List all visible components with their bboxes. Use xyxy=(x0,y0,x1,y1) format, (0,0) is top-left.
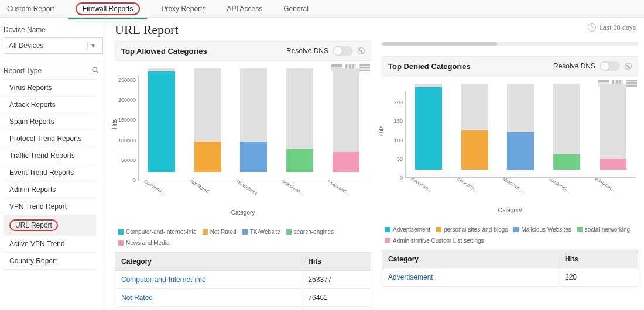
allowed-x-axis-label: Category xyxy=(115,209,371,216)
legend-swatch-icon xyxy=(577,227,583,232)
tab-api-access[interactable]: API Access xyxy=(223,1,266,16)
col-hits[interactable]: Hits xyxy=(302,253,371,271)
legend-item: search-engines xyxy=(286,229,334,235)
top-tabs: Custom Report Firewall Reports Proxy Rep… xyxy=(0,0,644,18)
y-tick: 50000 xyxy=(121,157,136,163)
legend-swatch-icon xyxy=(385,227,390,232)
denied-panel: Top Denied Categories Resolve DNS 050100… xyxy=(382,41,638,310)
prohibit-icon[interactable] xyxy=(625,63,632,70)
y-tick: 250000 xyxy=(118,77,136,83)
legend-swatch-icon xyxy=(118,240,124,246)
bar: Computer-and-Inter... xyxy=(139,68,185,180)
report-item[interactable]: VPN Trend Report xyxy=(4,198,96,215)
report-item[interactable]: Admin Reports xyxy=(4,181,96,198)
allowed-table: Category Hits Computer-and-Internet-info… xyxy=(115,252,371,310)
tab-general[interactable]: General xyxy=(280,1,312,16)
hits-cell: 76461 xyxy=(302,289,371,307)
tab-custom-report[interactable]: Custom Report xyxy=(4,1,58,16)
report-item[interactable]: URL Report xyxy=(4,215,96,236)
report-item[interactable]: Virus Reports xyxy=(4,80,96,97)
resolve-dns-toggle-allowed[interactable] xyxy=(333,46,353,56)
report-item[interactable]: Active VPN Trend xyxy=(4,236,96,253)
prohibit-icon[interactable] xyxy=(358,47,365,54)
legend-item: Computer-and-Internet-info xyxy=(118,229,197,235)
bar-x-label: personal-sites-and... xyxy=(449,172,481,194)
report-item[interactable]: Country Report xyxy=(4,253,96,270)
category-link[interactable]: Not Rated xyxy=(115,289,302,307)
search-icon[interactable] xyxy=(91,66,99,75)
table-row: Advertisement220 xyxy=(382,268,638,287)
content: URL Report Last 30 days Top Allowed Cate… xyxy=(105,18,644,310)
bar-x-label: TK-Website xyxy=(228,174,258,196)
legend-swatch-icon xyxy=(242,229,248,235)
svg-line-1 xyxy=(97,71,98,73)
bar-x-label: Advertisement xyxy=(403,172,434,194)
device-name-label: Device Name xyxy=(4,26,99,34)
denied-chart: 050100150200 Hits Advertisementpersonal-… xyxy=(382,89,638,194)
hits-cell: 253377 xyxy=(302,271,371,289)
legend-item: Advertisement xyxy=(385,226,430,233)
time-range[interactable]: Last 30 days xyxy=(588,23,636,32)
legend-item: Not Rated xyxy=(203,229,237,235)
bar-x-label: Computer-and-Inter... xyxy=(136,174,167,197)
resolve-dns-label: Resolve DNS xyxy=(286,47,328,55)
report-type-list[interactable]: Virus ReportsAttack ReportsSpam ReportsP… xyxy=(4,79,96,270)
bar: social-networking xyxy=(544,84,590,177)
legend-swatch-icon xyxy=(436,227,441,232)
report-item[interactable]: Spam Reports xyxy=(4,113,96,130)
col-category[interactable]: Category xyxy=(382,250,559,268)
bar-x-label: Administrative... xyxy=(587,172,619,194)
denied-panel-title: Top Denied Categories xyxy=(388,62,471,71)
legend-swatch-icon xyxy=(286,229,292,235)
report-item[interactable]: Traffic Trend Reports xyxy=(4,147,96,164)
category-link[interactable]: Computer-and-Internet-info xyxy=(115,271,302,289)
highlight-firewall-tab: Firewall Reports xyxy=(76,2,141,15)
time-range-label: Last 30 days xyxy=(600,24,636,31)
svg-point-0 xyxy=(93,67,97,71)
tab-firewall-reports[interactable]: Firewall Reports xyxy=(72,0,144,19)
bar: Malicious Websites xyxy=(498,84,544,177)
tab-proxy-reports[interactable]: Proxy Reports xyxy=(157,1,209,16)
legend-swatch-icon xyxy=(203,229,208,235)
denied-legend: Advertisementpersonal-sites-and-blogsMal… xyxy=(382,226,638,244)
allowed-legend: Computer-and-Internet-infoNot RatedTK-We… xyxy=(115,229,371,246)
legend-swatch-icon xyxy=(513,227,519,232)
device-select-value: All Devices xyxy=(9,42,43,50)
mini-scrollbar[interactable] xyxy=(382,42,638,46)
bar-x-label: social-networking xyxy=(541,172,573,194)
sidebar: Device Name All Devices ▾ Report Type Vi… xyxy=(0,18,105,310)
hits-cell: 220 xyxy=(559,268,638,287)
category-link[interactable]: TK-Website xyxy=(115,307,302,311)
y-tick: 200000 xyxy=(118,97,136,103)
denied-x-axis-label: Category xyxy=(382,207,638,213)
bar: Advertisement xyxy=(406,84,452,177)
category-link[interactable]: Advertisement xyxy=(382,268,559,287)
table-row: Computer-and-Internet-info253377 xyxy=(115,271,371,289)
sidebar-divider xyxy=(4,61,99,61)
col-category[interactable]: Category xyxy=(115,253,302,271)
y-tick: 150000 xyxy=(118,117,136,123)
col-hits[interactable]: Hits xyxy=(559,250,638,268)
report-type-label: Report Type xyxy=(4,67,42,75)
report-item[interactable]: Event Trend Reports xyxy=(4,164,96,181)
legend-item: Malicious Websites xyxy=(513,226,571,233)
bar: personal-sites-and... xyxy=(452,84,498,177)
y-tick: 200 xyxy=(394,99,403,105)
bar-x-label: search-engines xyxy=(274,174,306,197)
bar-x-label: News and Media xyxy=(320,174,352,197)
legend-swatch-icon xyxy=(118,229,124,235)
report-item[interactable]: Attack Reports xyxy=(4,97,96,113)
device-select[interactable]: All Devices ▾ xyxy=(4,37,103,54)
table-row: TK-Website76120 xyxy=(115,307,371,311)
y-tick: 0 xyxy=(400,175,403,181)
legend-item: social-networking xyxy=(577,226,630,233)
denied-y-axis-label: Hits xyxy=(378,126,385,136)
bar: search-engines xyxy=(277,68,323,180)
allowed-panel: Top Allowed Categories Resolve DNS 05000… xyxy=(115,41,371,310)
report-item[interactable]: Protocol Trend Reports xyxy=(4,130,96,147)
legend-item: personal-sites-and-blogs xyxy=(436,226,508,233)
legend-item: Administrative Custom List settings xyxy=(385,237,484,244)
resolve-dns-toggle-denied[interactable] xyxy=(600,61,620,71)
table-row: Not Rated76461 xyxy=(115,289,371,307)
bar: TK-Website xyxy=(231,68,277,180)
